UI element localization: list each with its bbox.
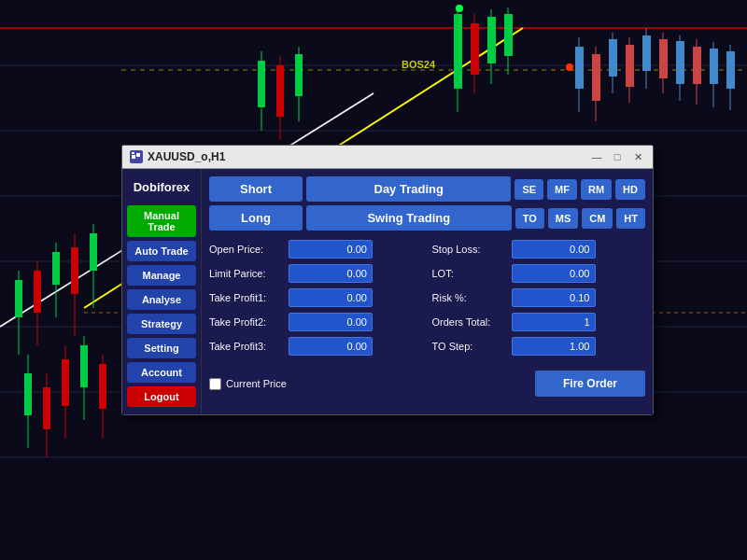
svg-rect-40 (609, 39, 617, 77)
limit-parice-label: Limit Parice: (209, 268, 284, 279)
svg-rect-66 (99, 364, 106, 409)
sidebar-item-account[interactable]: Account (127, 362, 196, 383)
modal-window: XAUUSD_o,H1 — □ ✕ Dobiforex Manual Trade… (121, 145, 654, 415)
cm-tag-button[interactable]: CM (582, 208, 613, 229)
bos-label: BOS24 (402, 59, 435, 70)
svg-rect-44 (642, 35, 651, 71)
svg-rect-42 (626, 45, 634, 87)
sidebar: Dobiforex Manual Trade Auto Trade Manage… (122, 169, 202, 414)
swing-trading-button[interactable]: Swing Trading (306, 205, 512, 231)
sidebar-item-strategy[interactable]: Strategy (127, 314, 196, 334)
svg-rect-52 (710, 49, 718, 84)
svg-rect-30 (471, 23, 479, 75)
take-profit2-input[interactable] (289, 313, 373, 331)
long-button[interactable]: Long (209, 205, 303, 231)
sidebar-item-auto-trade[interactable]: Auto Trade (127, 241, 196, 261)
risk-input[interactable] (512, 288, 596, 307)
limit-parice-group: Limit Parice: (209, 264, 423, 283)
svg-rect-46 (659, 39, 668, 78)
main-content: Short Day Trading SE MF RM HD Long Swing… (202, 169, 653, 414)
form-grid: Open Price: Stop Loss: Limit Parice: LOT… (209, 240, 645, 356)
fire-order-button[interactable]: Fire Order (535, 371, 645, 397)
close-button[interactable]: ✕ (630, 150, 645, 163)
svg-rect-60 (43, 387, 50, 429)
risk-label: Risk %: (432, 292, 507, 303)
open-price-group: Open Price: (209, 240, 423, 259)
take-profit3-label: Take Profit3: (209, 341, 284, 352)
risk-group: Risk %: (432, 288, 646, 307)
sidebar-item-manual-trade[interactable]: Manual Trade (127, 205, 196, 237)
app-icon (130, 150, 143, 163)
stop-loss-label: Stop Loss: (432, 244, 507, 255)
lot-label: LOT: (432, 268, 507, 279)
title-bar: XAUUSD_o,H1 — □ ✕ (122, 146, 653, 169)
lot-input[interactable] (512, 264, 596, 283)
day-trading-button[interactable]: Day Trading (306, 176, 511, 202)
svg-rect-26 (295, 54, 303, 96)
take-profit2-group: Take Profit2: (209, 313, 423, 331)
hd-tag-button[interactable]: HD (615, 179, 645, 200)
svg-point-55 (456, 5, 463, 12)
rm-tag-button[interactable]: RM (581, 179, 612, 200)
take-profit1-group: Take Profit1: (209, 288, 423, 307)
svg-rect-18 (71, 247, 78, 294)
take-profit3-group: Take Profit3: (209, 337, 423, 356)
brand-label: Dobiforex (127, 176, 196, 202)
svg-rect-16 (52, 252, 60, 285)
limit-parice-input[interactable] (289, 264, 373, 283)
svg-rect-58 (24, 373, 32, 415)
svg-rect-28 (454, 14, 462, 89)
take-profit1-label: Take Profit1: (209, 292, 284, 303)
svg-rect-34 (504, 14, 513, 56)
bottom-row: Current Price Fire Order (209, 365, 645, 397)
svg-rect-12 (15, 280, 22, 317)
ms-tag-button[interactable]: MS (548, 208, 579, 229)
svg-rect-48 (676, 41, 684, 84)
svg-rect-64 (80, 345, 88, 387)
svg-rect-20 (90, 233, 97, 271)
sidebar-item-setting[interactable]: Setting (127, 338, 196, 358)
sidebar-item-manage[interactable]: Manage (127, 265, 196, 286)
current-price-checkbox[interactable] (209, 378, 221, 390)
minimize-button[interactable]: — (589, 150, 604, 163)
svg-rect-54 (726, 51, 735, 89)
current-price-label: Current Price (226, 378, 287, 389)
open-price-input[interactable] (289, 240, 373, 259)
title-bar-controls: — □ ✕ (589, 150, 645, 163)
take-profit1-input[interactable] (289, 288, 373, 307)
sidebar-item-logout[interactable]: Logout (127, 386, 196, 407)
orders-total-group: Orders Total: (432, 313, 646, 331)
orders-total-input[interactable] (512, 313, 596, 331)
mf-tag-button[interactable]: MF (547, 179, 577, 200)
sidebar-item-analyse[interactable]: Analyse (127, 289, 196, 310)
stop-loss-group: Stop Loss: (432, 240, 646, 259)
svg-rect-38 (592, 54, 600, 101)
open-price-label: Open Price: (209, 244, 284, 255)
to-tag-button[interactable]: TO (515, 208, 544, 229)
svg-rect-36 (575, 47, 584, 89)
orders-total-label: Orders Total: (432, 316, 507, 328)
maximize-button[interactable]: □ (610, 150, 625, 163)
svg-rect-70 (132, 152, 134, 154)
stop-loss-input[interactable] (512, 240, 596, 259)
take-profit3-input[interactable] (289, 337, 373, 356)
svg-rect-50 (693, 47, 701, 84)
second-row: Long Swing Trading TO MS CM HT (209, 205, 645, 231)
svg-rect-22 (258, 61, 265, 107)
ht-tag-button[interactable]: HT (616, 208, 645, 229)
title-bar-left: XAUUSD_o,H1 (130, 150, 225, 163)
se-tag-button[interactable]: SE (514, 179, 543, 200)
svg-rect-69 (136, 153, 140, 157)
modal-body: Dobiforex Manual Trade Auto Trade Manage… (122, 169, 653, 414)
svg-rect-62 (62, 359, 69, 406)
to-step-label: TO Step: (432, 341, 507, 352)
top-row: Short Day Trading SE MF RM HD (209, 176, 645, 202)
to-step-group: TO Step: (432, 337, 646, 356)
short-button[interactable]: Short (209, 176, 303, 202)
svg-rect-68 (132, 155, 135, 159)
to-step-input[interactable] (512, 337, 596, 356)
lot-group: LOT: (432, 264, 646, 283)
current-price-group: Current Price (209, 378, 287, 390)
svg-point-56 (566, 63, 573, 71)
svg-rect-24 (276, 65, 284, 117)
